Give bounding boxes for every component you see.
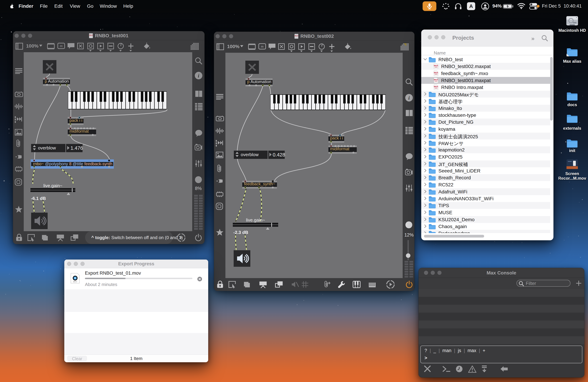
svg-text:m: m bbox=[261, 44, 264, 48]
svg-text:M∆X: M∆X bbox=[434, 64, 438, 67]
svg-text:M∆X: M∆X bbox=[434, 85, 438, 88]
svg-text:m: m bbox=[60, 44, 63, 48]
svg-text:M∆X: M∆X bbox=[434, 78, 438, 81]
svg-text:i: i bbox=[198, 73, 199, 78]
svg-text:M∆X: M∆X bbox=[434, 72, 438, 74]
svg-text:MOV: MOV bbox=[73, 281, 77, 283]
svg-text:i: i bbox=[408, 95, 410, 101]
